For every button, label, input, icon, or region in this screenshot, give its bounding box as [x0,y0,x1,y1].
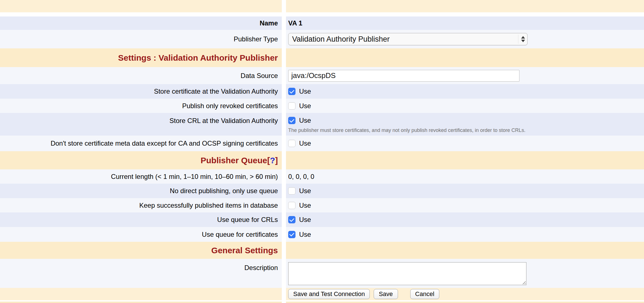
use-queue-crls-row: Use queue for CRLs Use [0,212,644,227]
publisher-queue-help-link[interactable]: ? [270,156,275,165]
save-button[interactable]: Save [374,289,398,299]
store-certificate-label: Store certificate at the Validation Auth… [154,87,278,95]
cancel-button[interactable]: Cancel [410,289,439,299]
publisher-type-selected-value: Validation Authority Publisher [292,35,518,44]
store-crl-use-label: Use [299,117,311,124]
actions-row: Save and Test Connection Save Cancel [0,288,644,300]
publisher-type-select[interactable]: Validation Authority Publisher [288,33,528,45]
use-queue-crls-checkbox[interactable] [288,216,295,223]
bottom-band [0,302,644,303]
keep-published-items-label: Keep successfully published items in dat… [139,202,278,209]
use-queue-crls-label: Use queue for CRLs [217,216,278,224]
use-queue-certificates-label: Use queue for certificates [202,231,278,238]
publish-only-revoked-checkbox[interactable] [288,102,295,110]
store-crl-checkbox[interactable] [288,117,295,124]
publisher-edit-page: Name VA 1 Publisher Type Validation Auth… [0,0,644,303]
chevron-down-icon [521,40,525,42]
store-certificate-row: Store certificate at the Validation Auth… [0,84,644,99]
store-certificate-use-label: Use [299,87,311,95]
current-length-row: Current length (< 1 min, 1–10 min, 10–60… [0,169,644,184]
bracket-open: [ [267,156,270,165]
current-length-label: Current length (< 1 min, 1–10 min, 10–60… [111,173,278,181]
dont-store-meta-label: Don't store certificate meta data except… [51,139,278,147]
publisher-queue-section-header: Publisher Queue [?] [0,151,644,169]
description-textarea[interactable] [288,262,526,285]
store-crl-help-text: The publisher must store certificates, a… [288,127,525,133]
data-source-row: Data Source [0,67,644,84]
publisher-type-row: Publisher Type Validation Authority Publ… [0,30,644,48]
use-queue-certificates-use-label: Use [299,231,311,238]
use-queue-certificates-row: Use queue for certificates Use [0,227,644,242]
general-settings-section-title: General Settings [211,246,278,255]
name-label: Name [260,19,278,27]
top-band [0,0,644,12]
use-queue-certificates-checkbox[interactable] [288,231,295,238]
save-and-test-connection-button[interactable]: Save and Test Connection [288,289,370,299]
settings-section-header: Settings : Validation Authority Publishe… [0,48,644,67]
bracket-close: ] [275,156,278,165]
dont-store-meta-row: Don't store certificate meta data except… [0,136,644,151]
current-length-value: 0, 0, 0, 0 [288,173,314,181]
data-source-input[interactable] [288,70,519,82]
settings-section-title: Settings : Validation Authority Publishe… [118,53,278,63]
column-divider [282,0,286,12]
no-direct-publishing-row: No direct publishing, only use queue Use [0,184,644,198]
no-direct-publishing-label: No direct publishing, only use queue [170,187,278,195]
keep-published-items-row: Keep successfully published items in dat… [0,198,644,212]
publisher-type-label: Publisher Type [234,35,278,43]
name-value: VA 1 [288,19,302,27]
name-row: Name VA 1 [0,16,644,30]
dont-store-meta-use-label: Use [299,139,311,147]
description-textarea-wrap [288,262,526,285]
no-direct-publishing-checkbox[interactable] [288,187,295,195]
keep-published-items-use-label: Use [299,202,311,209]
store-certificate-checkbox[interactable] [288,88,295,95]
use-queue-crls-use-label: Use [299,216,311,224]
store-crl-label: Store CRL at the Validation Authority [170,117,278,125]
description-label: Description [244,264,278,272]
data-source-label: Data Source [241,72,278,80]
general-settings-section-header: General Settings [0,242,644,259]
store-crl-row: Store CRL at the Validation Authority Us… [0,113,644,136]
select-stepper-icon [518,35,525,44]
publish-only-revoked-label: Publish only revoked certificates [182,102,278,110]
row-separator [0,12,644,16]
publish-only-revoked-use-label: Use [299,102,311,110]
keep-published-items-checkbox[interactable] [288,202,295,209]
no-direct-publishing-use-label: Use [299,187,311,195]
publish-only-revoked-row: Publish only revoked certificates Use [0,99,644,113]
chevron-up-icon [521,36,525,39]
publisher-queue-section-title: Publisher Queue [201,156,267,165]
description-row: Description [0,259,644,288]
dont-store-meta-checkbox[interactable] [288,140,295,147]
